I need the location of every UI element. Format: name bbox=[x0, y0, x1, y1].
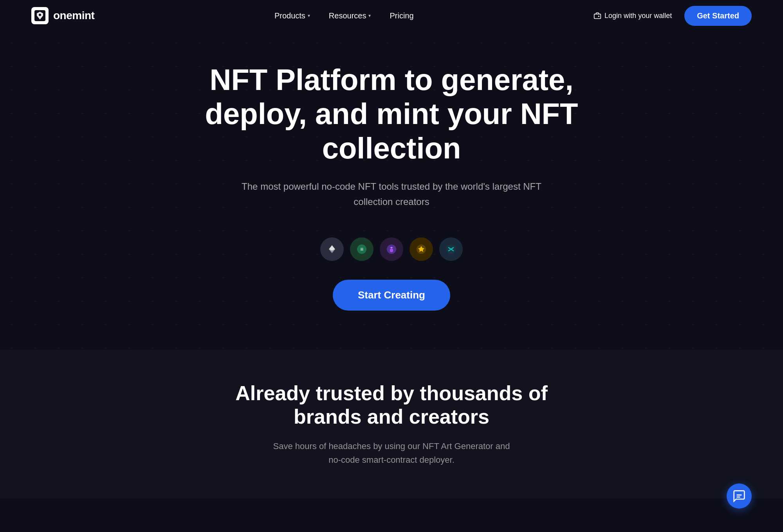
svg-point-3 bbox=[599, 16, 599, 17]
chain-icons-group: ≡ bbox=[320, 237, 463, 261]
logo-text: onemint bbox=[53, 9, 94, 22]
binance-icon[interactable] bbox=[410, 237, 433, 261]
svg-text:≡: ≡ bbox=[360, 246, 363, 252]
chat-bubble-button[interactable] bbox=[727, 483, 752, 509]
login-button[interactable]: Login with your wallet bbox=[594, 12, 672, 20]
products-chevron-icon: ▾ bbox=[308, 13, 310, 18]
hedera-icon[interactable]: ≡ bbox=[350, 237, 373, 261]
svg-rect-2 bbox=[594, 14, 601, 19]
nav-actions: Login with your wallet Get Started bbox=[594, 6, 752, 26]
hero-section: NFT Platform to generate, deploy, and mi… bbox=[0, 31, 783, 350]
trusted-subtitle: Save hours of headaches by using our NFT… bbox=[266, 439, 517, 467]
logo[interactable]: onemint bbox=[31, 7, 94, 24]
hero-subtitle: The most powerful no-code NFT tools trus… bbox=[239, 179, 544, 209]
ethereum-icon[interactable] bbox=[320, 237, 344, 261]
get-started-button[interactable]: Get Started bbox=[684, 6, 752, 26]
nav-resources[interactable]: Resources ▾ bbox=[329, 11, 371, 20]
nav-pricing[interactable]: Pricing bbox=[390, 11, 413, 20]
svg-point-1 bbox=[39, 14, 41, 16]
resources-chevron-icon: ▾ bbox=[368, 13, 371, 18]
logo-icon bbox=[31, 7, 49, 24]
nav-products[interactable]: Products ▾ bbox=[274, 11, 310, 20]
nav-links: Products ▾ Resources ▾ Pricing bbox=[274, 11, 414, 20]
chat-icon bbox=[733, 490, 745, 502]
trusted-section: Already trusted by thousands of brands a… bbox=[0, 350, 783, 498]
hero-title: NFT Platform to generate, deploy, and mi… bbox=[176, 63, 607, 165]
polygon-icon[interactable] bbox=[380, 237, 403, 261]
navbar: onemint Products ▾ Resources ▾ Pricing L… bbox=[0, 0, 783, 31]
trusted-title: Already trusted by thousands of brands a… bbox=[215, 381, 568, 428]
start-creating-button[interactable]: Start Creating bbox=[333, 280, 450, 311]
wallet-icon bbox=[594, 12, 601, 20]
flare-icon[interactable] bbox=[439, 237, 463, 261]
